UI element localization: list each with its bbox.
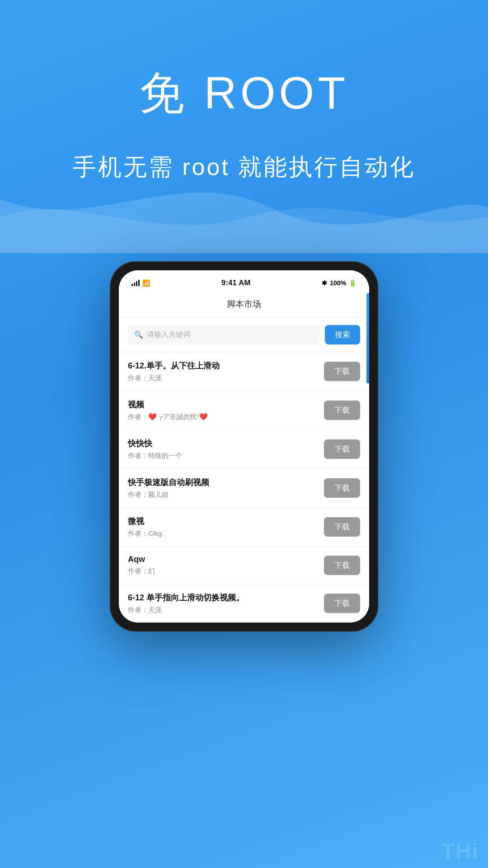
list-item: Aqw 作者：幻 下载 (119, 547, 369, 584)
script-author: 作者：幻 (128, 567, 324, 576)
script-author: 作者：天涯 (128, 374, 324, 382)
status-bar: 📶 9:41 AM ✱ 100% 🔋 (119, 270, 369, 293)
bluetooth-icon: ✱ (322, 279, 327, 287)
right-accent-bar (366, 293, 369, 383)
list-item: 微视 作者：Cikg. 下载 (119, 508, 369, 547)
list-item: 6-12 单手指向上滑动切换视频。 作者：天涯 下载 (119, 584, 369, 623)
script-info: 快快快 作者：特殊的一个 (128, 438, 324, 460)
script-list: 6-12.单手。从下往上滑动 作者：天涯 下载 视频 作者：❤️ ╭ア非誠勿扰°… (119, 352, 369, 623)
search-container: 🔍 请输入关键词 搜索 (119, 318, 369, 352)
watermark-text: THi (441, 839, 479, 863)
download-button[interactable]: 下载 (324, 517, 360, 537)
script-name: 微视 (128, 516, 324, 527)
script-info: 微视 作者：Cikg. (128, 516, 324, 538)
bottom-watermark: THi (0, 832, 488, 868)
download-button[interactable]: 下载 (324, 556, 360, 575)
battery-icon: 🔋 (349, 279, 357, 287)
status-right: ✱ 100% 🔋 (322, 279, 357, 287)
download-button[interactable]: 下载 (324, 401, 360, 420)
script-name: 快手极速版自动刷视频 (128, 477, 324, 488)
script-author: 作者：颖儿姐 (128, 491, 324, 499)
search-input-wrapper[interactable]: 🔍 请输入关键词 (128, 326, 319, 344)
download-button[interactable]: 下载 (324, 478, 360, 498)
script-info: 快手极速版自动刷视频 作者：颖儿姐 (128, 477, 324, 499)
list-item: 快手极速版自动刷视频 作者：颖儿姐 下载 (119, 469, 369, 508)
script-name: 6-12.单手。从下往上滑动 (128, 360, 324, 371)
script-name: 快快快 (128, 438, 324, 449)
hero-subtitle: 手机无需 root 就能执行自动化 (0, 151, 488, 183)
battery-percentage: 100% (330, 279, 346, 287)
phone-screen: 📶 9:41 AM ✱ 100% 🔋 脚本市场 🔍 请输入关键词 搜索 (119, 270, 369, 623)
script-info: 6-12 单手指向上滑动切换视频。 作者：天涯 (128, 592, 324, 614)
script-info: 6-12.单手。从下往上滑动 作者：天涯 (128, 360, 324, 382)
status-left: 📶 (131, 279, 150, 287)
script-info: 视频 作者：❤️ ╭ア非誠勿扰°❤️ (128, 399, 324, 421)
script-name: 视频 (128, 399, 324, 410)
signal-icon (131, 280, 140, 286)
list-item: 快快快 作者：特殊的一个 下载 (119, 430, 369, 469)
script-name: 6-12 单手指向上滑动切换视频。 (128, 592, 324, 603)
app-header: 脚本市场 (119, 293, 369, 318)
script-author: 作者：❤️ ╭ア非誠勿扰°❤️ (128, 413, 324, 421)
download-button[interactable]: 下载 (324, 439, 360, 459)
search-input[interactable]: 请输入关键词 (147, 330, 190, 340)
download-button[interactable]: 下载 (324, 594, 360, 613)
wifi-icon: 📶 (142, 279, 150, 287)
script-name: Aqw (128, 555, 324, 564)
phone-frame: 📶 9:41 AM ✱ 100% 🔋 脚本市场 🔍 请输入关键词 搜索 (111, 262, 377, 631)
list-item: 6-12.单手。从下往上滑动 作者：天涯 下载 (119, 352, 369, 391)
hero-title: 免 ROOT (0, 63, 488, 124)
script-info: Aqw 作者：幻 (128, 555, 324, 576)
status-time: 9:41 AM (221, 278, 251, 288)
script-author: 作者：天涯 (128, 606, 324, 614)
script-author: 作者：特殊的一个 (128, 452, 324, 460)
list-item: 视频 作者：❤️ ╭ア非誠勿扰°❤️ 下载 (119, 391, 369, 430)
search-icon: 🔍 (134, 330, 143, 339)
search-button[interactable]: 搜索 (325, 325, 360, 344)
script-author: 作者：Cikg. (128, 529, 324, 538)
download-button[interactable]: 下载 (324, 362, 360, 381)
phone-mockup: 📶 9:41 AM ✱ 100% 🔋 脚本市场 🔍 请输入关键词 搜索 (111, 262, 377, 631)
